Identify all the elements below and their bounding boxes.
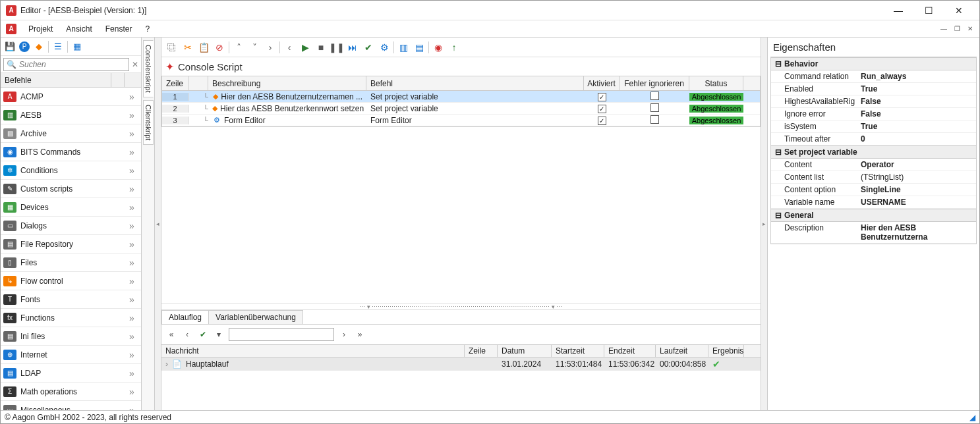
upload-icon[interactable]: ↑ <box>447 41 461 54</box>
up-icon[interactable]: ˄ <box>232 41 245 54</box>
collapse-icon[interactable]: ⊟ <box>775 211 782 220</box>
menu-fenster[interactable]: Fenster <box>99 20 139 37</box>
copy-icon[interactable]: ⿻ <box>165 41 179 54</box>
mdi-close-button[interactable]: ✕ <box>965 24 975 34</box>
property-row[interactable]: Command relationRun_always <box>771 70 976 83</box>
dropdown-icon[interactable]: ▾ <box>213 329 225 340</box>
property-row[interactable]: HighestAvailableRigFalse <box>771 95 976 108</box>
grid-icon[interactable]: ▦ <box>71 40 84 53</box>
property-row[interactable]: EnabledTrue <box>771 83 976 95</box>
property-row[interactable]: isSystemTrue <box>771 120 976 133</box>
maximize-button[interactable]: ☐ <box>913 1 944 20</box>
pause-icon[interactable]: ❚❚ <box>330 41 343 54</box>
ok-icon[interactable]: ✔ <box>197 329 209 340</box>
delete-icon[interactable]: ⊘ <box>213 41 226 54</box>
minimize-button[interactable]: — <box>883 1 913 20</box>
cmd-category[interactable]: ▭Dialogs» <box>1 217 141 235</box>
cmd-category[interactable]: ✎Custom scripts» <box>1 180 141 198</box>
log-filter-input[interactable] <box>229 328 334 341</box>
property-grid[interactable]: ⊟Behavior Command relationRun_alwaysEnab… <box>770 57 977 244</box>
clear-search-icon[interactable]: ✕ <box>132 60 138 69</box>
library-icon[interactable]: ▤ <box>413 41 426 54</box>
cmd-category[interactable]: ◉BITS Commands» <box>1 143 141 161</box>
cat-spv[interactable]: ⊟Set project variable <box>771 146 976 159</box>
cmd-category[interactable]: ↳Flow control» <box>1 272 141 290</box>
property-row[interactable]: Ignore errorFalse <box>771 108 976 120</box>
cmd-category[interactable]: ▤LDAP» <box>1 364 141 383</box>
down-icon[interactable]: ˅ <box>248 41 261 54</box>
tab-clientskript[interactable]: Clientskript <box>143 100 154 145</box>
cat-behavior[interactable]: ⊟Behavior <box>771 57 976 70</box>
paste-icon[interactable]: 📋 <box>197 41 210 54</box>
col-befehl[interactable]: Befehl <box>366 76 584 90</box>
cmd-category[interactable]: AACMP» <box>1 88 141 106</box>
search-input[interactable] <box>19 60 126 69</box>
step-icon[interactable]: ⏭ <box>346 41 359 54</box>
menu-projekt[interactable]: Projekt <box>22 20 59 37</box>
cmd-category[interactable]: ✲Conditions» <box>1 161 141 180</box>
log-col-lauf[interactable]: Laufzeit <box>656 345 708 357</box>
save-icon[interactable]: 💾 <box>3 40 16 53</box>
stop-icon[interactable]: ■ <box>314 41 328 54</box>
forward-icon[interactable]: › <box>264 41 277 54</box>
cmd-category[interactable]: ⋯Miscellaneous» <box>1 401 141 410</box>
check-icon[interactable]: ✔ <box>362 41 375 54</box>
property-row[interactable]: Content optionSingleLine <box>771 184 976 196</box>
cat-general[interactable]: ⊟General <box>771 209 976 222</box>
col-zeile[interactable]: Zeile <box>162 76 188 90</box>
log-row[interactable]: ›📄Hauptablauf 31.01.2024 11:53:01:484 11… <box>161 358 761 371</box>
prev-icon[interactable]: ‹ <box>181 329 193 340</box>
log-col-end[interactable]: Endzeit <box>604 345 656 357</box>
log-col-nachricht[interactable]: Nachricht <box>161 345 465 357</box>
project-icon[interactable]: P <box>19 41 30 52</box>
h-splitter[interactable]: ⋯ ▾ ⋯⋯⋯⋯⋯⋯⋯⋯⋯⋯⋯⋯⋯⋯⋯⋯⋯⋯⋯⋯⋯⋯⋯⋯⋯⋯⋯⋯⋯⋯ ▾ ⋯ <box>161 304 761 310</box>
cmd-category[interactable]: ▥AESB» <box>1 106 141 124</box>
tab-variablen[interactable]: Variablenüberwachung <box>208 310 303 324</box>
col-aktiviert[interactable]: Aktiviert <box>584 76 620 90</box>
log-col-zeile[interactable]: Zeile <box>465 345 498 357</box>
log-col-erg[interactable]: Ergebnis <box>708 345 744 357</box>
mdi-restore-button[interactable]: ❐ <box>952 24 962 34</box>
back-icon[interactable]: ‹ <box>283 41 296 54</box>
cmd-category[interactable]: TFonts» <box>1 290 141 309</box>
chart-icon[interactable]: ▥ <box>397 41 410 54</box>
cmd-category[interactable]: ▤Archive» <box>1 124 141 143</box>
first-icon[interactable]: « <box>165 329 177 340</box>
next-icon[interactable]: › <box>338 329 350 340</box>
cmd-category[interactable]: fxFunctions» <box>1 309 141 327</box>
cmd-category[interactable]: ▤File Repository» <box>1 235 141 253</box>
close-button[interactable]: ✕ <box>944 1 974 20</box>
command-list[interactable]: AACMP»▥AESB»▤Archive»◉BITS Commands»✲Con… <box>1 88 141 410</box>
collapse-right-handle[interactable]: ▸ <box>761 38 767 410</box>
col-status[interactable]: Status <box>689 76 743 90</box>
script-row[interactable]: 1└◆Hier den AESB Benutzernutzernamen ...… <box>162 91 760 103</box>
col-fehler[interactable]: Fehler ignorieren <box>620 76 689 90</box>
list-icon[interactable]: ☰ <box>51 40 65 53</box>
property-row[interactable]: Content list(TStringList) <box>771 171 976 184</box>
run-icon[interactable]: ▶ <box>299 41 312 54</box>
cmd-category[interactable]: ▤Ini files» <box>1 327 141 346</box>
col-beschreibung[interactable]: Beschreibung <box>208 76 366 90</box>
mdi-minimize-button[interactable]: — <box>938 24 949 34</box>
collapse-icon[interactable]: ⊟ <box>775 59 782 68</box>
cmd-category[interactable]: ▦Devices» <box>1 198 141 217</box>
modules-icon[interactable]: ◆ <box>32 40 45 53</box>
script-grid[interactable]: Zeile Beschreibung Befehl Aktiviert Fehl… <box>161 76 761 127</box>
property-row[interactable]: DescriptionHier den AESB Benutzernutzern… <box>771 222 976 244</box>
menu-help[interactable]: ? <box>138 20 156 37</box>
resize-grip-icon[interactable]: ◢ <box>969 413 975 422</box>
globe-icon[interactable]: ◉ <box>432 41 445 54</box>
expand-icon[interactable]: › <box>165 359 168 369</box>
cut-icon[interactable]: ✂ <box>181 41 194 54</box>
property-row[interactable]: ContentOperator <box>771 159 976 171</box>
cmd-category[interactable]: ▯Files» <box>1 253 141 272</box>
script-row[interactable]: 3└⚙Form EditorForm Editor✓Abgeschlossen <box>162 115 760 126</box>
log-col-start[interactable]: Startzeit <box>552 345 604 357</box>
log-col-datum[interactable]: Datum <box>498 345 552 357</box>
last-icon[interactable]: » <box>354 329 366 340</box>
settings-icon[interactable]: ⚙ <box>378 41 391 54</box>
collapse-icon[interactable]: ⊟ <box>775 147 782 157</box>
property-row[interactable]: Timeout after0 <box>771 133 976 146</box>
tab-ablauflog[interactable]: Ablauflog <box>161 310 209 324</box>
collapse-left-handle[interactable]: ◂ <box>155 38 161 410</box>
